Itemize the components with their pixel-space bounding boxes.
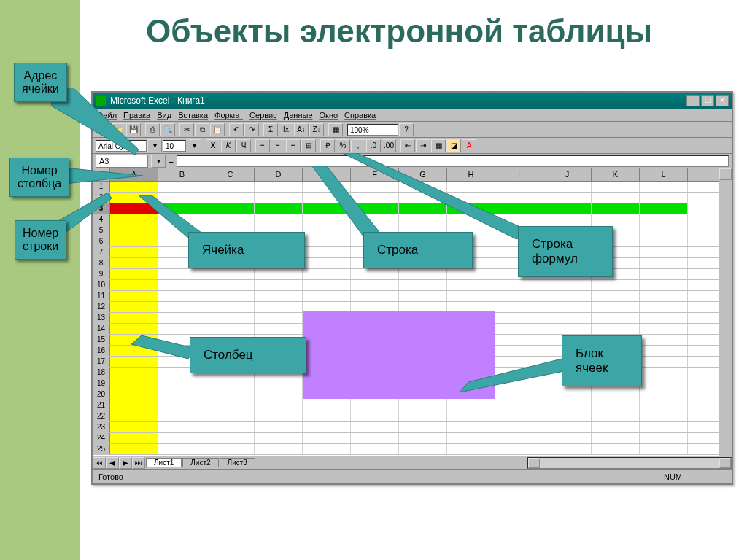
italic-icon[interactable]: K	[221, 139, 236, 152]
cell[interactable]	[592, 192, 640, 203]
sheet-tab[interactable]: Лист1	[146, 458, 182, 467]
cell[interactable]	[110, 182, 158, 192]
cell[interactable]	[110, 422, 158, 432]
cell[interactable]	[206, 444, 255, 454]
cell[interactable]	[543, 291, 592, 301]
menu-Вид[interactable]: Вид	[157, 111, 171, 120]
cell[interactable]	[447, 192, 495, 203]
cell[interactable]	[640, 280, 688, 290]
cell[interactable]	[110, 411, 158, 421]
cell[interactable]	[158, 324, 206, 334]
cell[interactable]	[543, 182, 592, 192]
menu-Данные[interactable]: Данные	[284, 111, 313, 120]
maximize-button[interactable]: □	[701, 95, 714, 106]
cell[interactable]	[255, 214, 303, 225]
cell[interactable]	[543, 313, 592, 323]
row-header[interactable]: 9	[93, 269, 110, 279]
cell[interactable]	[206, 411, 255, 421]
cell[interactable]	[206, 422, 255, 432]
row-header[interactable]: 24	[93, 433, 110, 443]
cell[interactable]	[640, 182, 688, 192]
cell[interactable]	[543, 444, 592, 454]
cell[interactable]	[640, 444, 688, 454]
cell[interactable]	[543, 324, 592, 334]
merge-icon[interactable]: ⊞	[301, 139, 316, 152]
undo-icon[interactable]: ↶	[229, 123, 244, 136]
cell[interactable]	[110, 269, 158, 279]
cell[interactable]	[495, 368, 543, 378]
align-left-icon[interactable]: ≡	[255, 139, 270, 152]
cell[interactable]	[351, 203, 399, 214]
cell[interactable]	[592, 203, 640, 214]
tab-nav-first-icon[interactable]: ⏮	[93, 457, 106, 469]
cell[interactable]	[110, 203, 158, 214]
cell[interactable]	[592, 444, 640, 454]
row-header[interactable]: 14	[93, 324, 110, 334]
cell[interactable]	[206, 324, 255, 334]
cell[interactable]	[206, 313, 255, 323]
column-header[interactable]: I	[495, 168, 543, 181]
cell[interactable]	[495, 389, 543, 400]
cell[interactable]	[447, 280, 495, 290]
cell[interactable]	[255, 192, 303, 203]
row-header[interactable]: 1	[93, 182, 110, 192]
row-header[interactable]: 18	[93, 368, 110, 378]
cell[interactable]	[640, 269, 688, 279]
cell[interactable]	[158, 203, 206, 214]
cell[interactable]	[543, 214, 592, 225]
preview-icon[interactable]: 🔍	[160, 123, 175, 136]
cell[interactable]	[640, 203, 688, 214]
column-header[interactable]: G	[399, 168, 447, 181]
name-box[interactable]: A3	[96, 155, 148, 168]
cell[interactable]	[399, 433, 447, 443]
fill-color-icon[interactable]: ◪	[446, 139, 461, 152]
cell[interactable]	[303, 411, 351, 421]
cell[interactable]	[640, 302, 688, 312]
row-header[interactable]: 25	[93, 444, 110, 454]
cell[interactable]	[495, 324, 543, 334]
column-header[interactable]: F	[351, 168, 399, 181]
cell[interactable]	[640, 335, 688, 345]
menu-Сервис[interactable]: Сервис	[249, 111, 277, 120]
cell[interactable]	[447, 400, 495, 411]
column-header[interactable]: B	[158, 168, 206, 181]
cell[interactable]	[110, 225, 158, 236]
cell[interactable]	[206, 389, 255, 400]
row-header[interactable]: 10	[93, 280, 110, 290]
redo-icon[interactable]: ↷	[244, 123, 259, 136]
cell[interactable]	[447, 214, 495, 225]
cell[interactable]	[255, 389, 303, 400]
cell[interactable]	[303, 258, 351, 268]
cell[interactable]	[303, 192, 351, 203]
bold-icon[interactable]: X	[206, 139, 220, 152]
cell[interactable]	[640, 433, 688, 443]
cut-icon[interactable]: ✂	[179, 123, 194, 136]
border-icon[interactable]: ▦	[431, 139, 446, 152]
row-header[interactable]: 7	[93, 247, 110, 257]
cell[interactable]	[592, 182, 640, 192]
cell[interactable]	[110, 313, 158, 323]
cell[interactable]	[351, 444, 399, 454]
cell[interactable]	[399, 192, 447, 203]
cell[interactable]	[206, 400, 255, 411]
cell[interactable]	[255, 444, 303, 454]
sum-icon[interactable]: Σ	[263, 123, 278, 136]
cell[interactable]	[495, 378, 543, 389]
row-header[interactable]: 11	[93, 291, 110, 301]
dropdown-icon[interactable]: ▾	[187, 139, 201, 152]
cell[interactable]	[110, 335, 158, 345]
row-header[interactable]: 17	[93, 357, 110, 367]
comma-icon[interactable]: ,	[351, 139, 365, 152]
cell[interactable]	[640, 225, 688, 236]
save-icon[interactable]: 💾	[126, 123, 141, 136]
cell[interactable]	[158, 214, 206, 225]
cell[interactable]	[447, 444, 495, 454]
cell[interactable]	[592, 313, 640, 323]
cell[interactable]	[640, 389, 688, 400]
cell[interactable]	[640, 357, 688, 367]
cell[interactable]	[447, 203, 495, 214]
cell[interactable]	[303, 280, 351, 290]
cell[interactable]	[110, 389, 158, 400]
cell[interactable]	[495, 192, 543, 203]
cell[interactable]	[640, 236, 688, 246]
